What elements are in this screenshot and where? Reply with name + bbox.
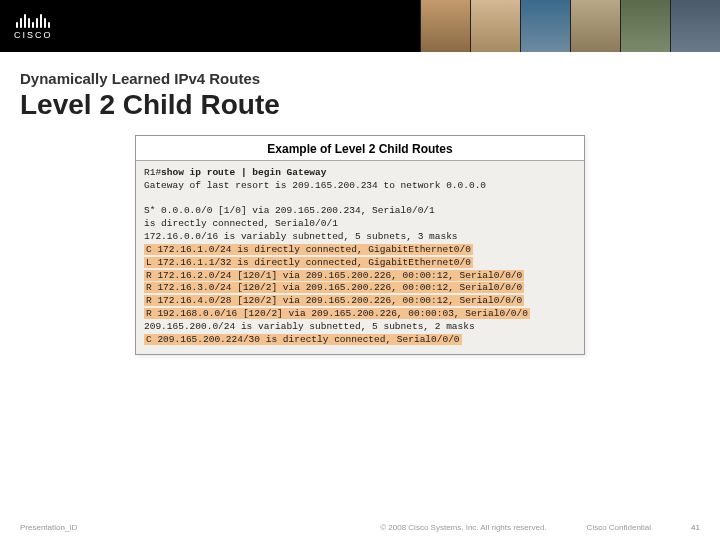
terminal-line: C 172.16.1.0/24 is directly connected, G… (144, 244, 576, 257)
slide-title: Level 2 Child Route (20, 89, 700, 121)
terminal-line: R1#show ip route | begin Gateway (144, 167, 576, 180)
header-bar: CISCO (0, 0, 720, 52)
header-photo-strip (420, 0, 720, 52)
logo-bars-icon (16, 12, 50, 28)
terminal-line: R 172.16.2.0/24 [120/1] via 209.165.200.… (144, 270, 576, 283)
brand-text: CISCO (14, 30, 53, 40)
header-photo (670, 0, 720, 52)
footer-copyright: © 2008 Cisco Systems, Inc. All rights re… (380, 523, 546, 532)
header-photo (470, 0, 520, 52)
terminal-line: Gateway of last resort is 209.165.200.23… (144, 180, 576, 193)
terminal-line: is directly connected, Serial0/0/1 (144, 218, 576, 231)
terminal-line: S* 0.0.0.0/0 [1/0] via 209.165.200.234, … (144, 205, 576, 218)
figure-container: Example of Level 2 Child Routes R1#show … (0, 135, 720, 355)
terminal-line: 172.16.0.0/16 is variably subnetted, 5 s… (144, 231, 576, 244)
terminal-figure: Example of Level 2 Child Routes R1#show … (135, 135, 585, 355)
header-photo (520, 0, 570, 52)
page-number: 41 (691, 523, 700, 532)
terminal-output: R1#show ip route | begin Gateway Gateway… (136, 160, 584, 354)
terminal-line: L 172.16.1.1/32 is directly connected, G… (144, 257, 576, 270)
footer-left: Presentation_ID (20, 523, 77, 532)
header-photo (420, 0, 470, 52)
terminal-line: R 172.16.4.0/28 [120/2] via 209.165.200.… (144, 295, 576, 308)
terminal-line: R 172.16.3.0/24 [120/2] via 209.165.200.… (144, 282, 576, 295)
header-photo (620, 0, 670, 52)
header-photo (570, 0, 620, 52)
terminal-line (144, 193, 576, 206)
heading-block: Dynamically Learned IPv4 Routes Level 2 … (0, 52, 720, 127)
slide-footer: Presentation_ID © 2008 Cisco Systems, In… (0, 523, 720, 532)
figure-caption: Example of Level 2 Child Routes (136, 136, 584, 160)
terminal-line: 209.165.200.0/24 is variably subnetted, … (144, 321, 576, 334)
terminal-line: R 192.168.0.0/16 [120/2] via 209.165.200… (144, 308, 576, 321)
slide-kicker: Dynamically Learned IPv4 Routes (20, 70, 700, 87)
terminal-line: C 209.165.200.224/30 is directly connect… (144, 334, 576, 347)
cisco-logo: CISCO (14, 12, 53, 40)
footer-confidential: Cisco Confidential (587, 523, 651, 532)
